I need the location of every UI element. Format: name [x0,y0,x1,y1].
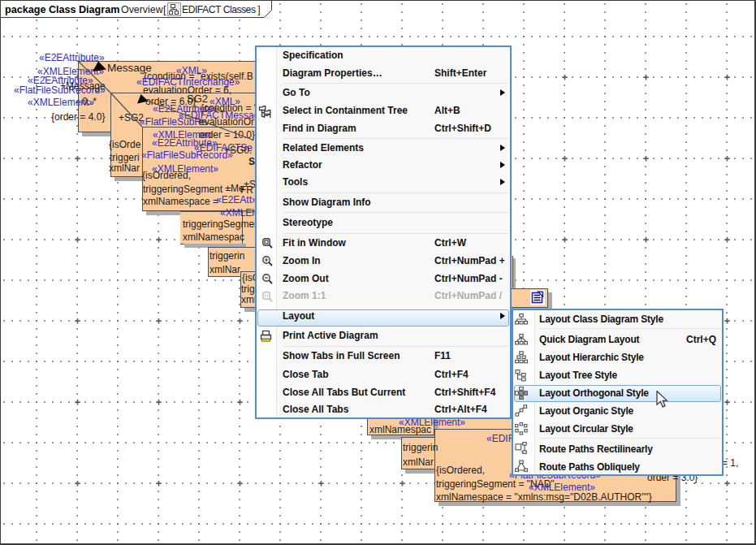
svg-text:[: [ [163,3,166,15]
svg-text:Overview: Overview [121,4,163,15]
svg-text:EDIFACT Classes ]: EDIFACT Classes ] [182,4,260,15]
svg-text:package Class Diagram: package Class Diagram [5,4,119,15]
